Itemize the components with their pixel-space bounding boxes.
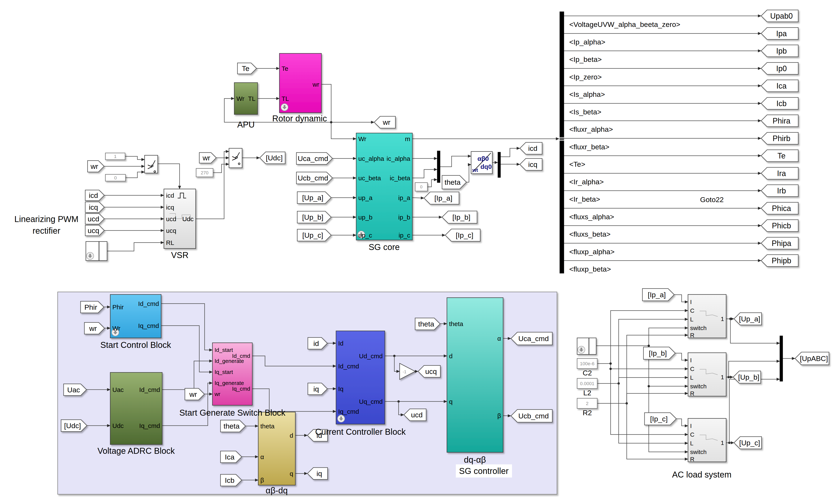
bus-signal-name: <fluxr_beta> [569,143,609,151]
r2-caption: R2 [582,409,592,417]
vsr-input-port-label: icd [166,192,174,199]
bus-signal-name: <Is_alpha> [569,90,605,98]
icq-in-from-tag-label: icq [89,203,98,211]
l2-to-load-b [619,378,688,383]
current-controller-output-port-label: Uq_cmd [359,398,383,405]
dq-alphabeta-input-port-label: theta [449,320,463,327]
ac-load-phase-a-input-port-label: I [690,299,692,305]
r2-to-load-b [627,394,688,403]
start-control-input-port-label: Wr [112,325,120,332]
start-control-input-port-label: Phir [112,304,124,310]
const0-to-switch1 [125,172,145,178]
ac-load-phase-c-output-port-label: 1 [721,439,724,446]
sg-core-input-port-label: up_b [358,214,373,221]
icbeta-to-mux [412,170,437,178]
ucd-out-goto-tag-label: ucd [411,411,423,419]
ac-load-phase-b-block[interactable] [688,353,726,396]
ipb-to-load-b [675,353,688,360]
source-to-vsr-rl [107,243,164,251]
open-subsystem-arrow-icon[interactable] [281,104,288,111]
upabc-goto-tag-label: [UpABC] [800,354,828,362]
bus-13-goto-tag-label: Phipa [772,239,791,248]
ucb-cmd-from-tag-label: Ucb_cmd [298,174,328,182]
open-subsystem-arrow-icon[interactable] [337,415,345,422]
start-generate-switch-input-port-label: wr [214,391,220,397]
icq-out-goto-tag-label: icq [528,160,537,169]
up-a-from-tag-label: [Up_a] [302,194,323,202]
up-a-out-goto-tag-label: [Up_a] [739,315,760,323]
bus-signal-name: <Ip_alpha> [569,38,605,46]
transform-abz-label: αβ0 [477,155,489,162]
rotor-dynamic-input-port-label: TL [282,95,289,102]
wire-junction-dot [648,385,650,387]
start-generate-switch-output-port-label: Iq_cmd [232,385,250,392]
ica-from-tag-label: Ica [225,453,234,461]
up-abc-mux[interactable] [780,336,783,381]
ac-load-phase-a-input-port-label: R [690,332,694,338]
ac-load-label: AC load system [672,470,732,479]
voltage-adrc-output-port-label: Id_cmd [139,386,160,393]
alphabeta-dq-output-port-label: d [290,432,293,439]
dq-alphabeta-input-port-label: d [449,353,453,359]
wr-sw2-from-tag-label: wr [203,154,210,162]
sg-core-output-port-label: ip_a [398,194,410,201]
uca-cmd-from-tag-label: Uca_cmd [298,154,328,162]
bus-signal-name: <Ip_zero> [569,73,602,81]
iq-in-from-tag-label: iq [313,385,319,393]
ucb-cmd-out-goto-tag-label: Ucb_cmd [518,412,549,420]
wr-sw1-from-tag-label: wr [90,162,98,170]
ac-load-phase-c-block[interactable] [688,419,726,462]
transform-dq0-label: dq0 [480,163,492,170]
vsr-output-port-label: Udc [182,216,194,223]
voltage-adrc-block[interactable] [110,373,162,445]
apu-caption: APU [237,120,255,129]
start-generate-switch-input-port-label: Iq_start [215,369,233,375]
sg-core-block[interactable] [356,133,412,240]
c2-constant-value: 100e-6 [580,361,594,366]
rectifier-label-line1: Linearizing PWM [15,215,78,224]
start-control-output-port-label: Iq_cmd [138,322,159,329]
voltage-adrc-input-port-label: Uac [112,386,124,393]
bus-selector-bar[interactable] [560,11,564,273]
bus-signal-name: <Te> [569,160,586,168]
uca-cmd-out-goto-tag-label: Uca_cmd [518,334,549,343]
dq-demux[interactable] [498,152,501,178]
theta-abdq-from-tag-label: theta [223,422,240,430]
sg-core-output-port-label: ic_alpha [386,155,410,162]
transform-wt-label: wt [472,167,478,173]
bus-signal-name: <fluxp_beta> [569,265,611,273]
load-c-to-mux [729,379,780,443]
l2-caption: L2 [583,389,591,397]
dq-alphabeta-output-port-label: α [497,335,501,342]
open-subsystem-arrow-icon[interactable] [578,346,585,353]
current-controller-input-port-label: Iq [338,385,343,392]
dq-alphabeta-caption: dq-αβ [464,455,486,464]
beta-to-ucbcmd [503,415,511,416]
mux-to-transform [440,156,471,167]
bus-signal-name: <Ir_beta> [569,195,600,203]
sg-core-output-port-label: ic_beta [390,175,410,181]
const270-to-switch2 [213,164,229,173]
zero-constant-value: 0 [114,175,117,180]
ic-signal-mux[interactable] [437,151,440,183]
iq-out-goto-tag-label: iq [316,470,322,478]
bus-2-goto-tag-label: Ipb [776,47,787,55]
dq-alphabeta-output-port-label: β [497,412,501,419]
current-controller-input-port-label: Iq_cmd [338,408,359,415]
phir-from-tag-label: Phir [85,303,97,311]
dq-alphabeta-input-port-label: q [449,398,453,405]
ip-c-goto-tag-label: [Ip_c] [456,231,473,239]
zero-to-mux [427,180,437,187]
ac-load-phase-a-block[interactable] [688,295,726,338]
up-b-from-tag-label: [Up_b] [302,213,323,221]
bus-12-goto-tag-label: Phicb [772,221,791,230]
ac-load-phase-c-input-port-label: C [690,431,694,438]
bus-7-goto-tag-label: Phirb [772,134,790,143]
start-generate-switch-output-port-label: Id_cmd [232,353,250,359]
icb-from-tag-label: Icb [225,476,234,484]
current-controller-output-port-label: Ud_cmd [359,353,383,359]
sg-core-input-port-label: up_a [358,194,373,201]
open-subsystem-arrow-icon[interactable] [87,252,94,259]
bus-signal-name: <Ip_beta> [569,55,602,64]
rotor-dynamic-input-port-label: Te [282,65,288,72]
